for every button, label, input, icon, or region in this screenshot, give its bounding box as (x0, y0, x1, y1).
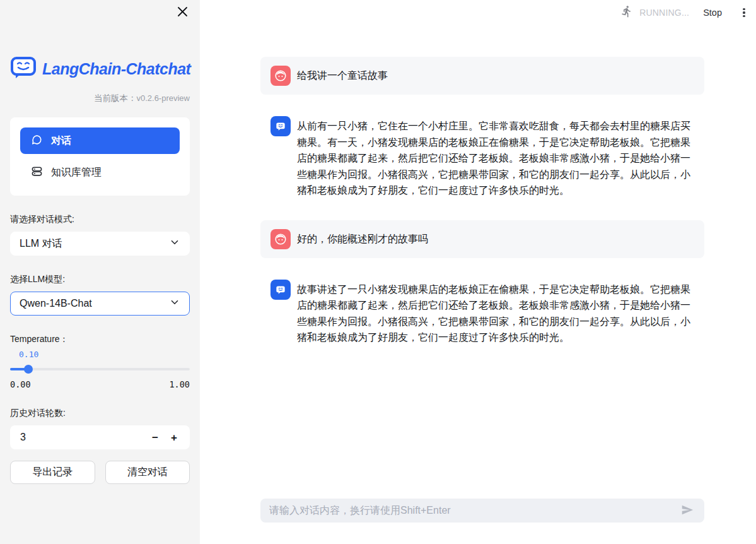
dialog-mode-label: 请选择对话模式: (10, 214, 190, 225)
dialog-mode-select[interactable]: LLM 对话 (10, 232, 190, 256)
database-icon (31, 165, 43, 180)
menu-item-label: 知识库管理 (51, 166, 102, 179)
slider-track (10, 368, 190, 370)
chat-bubble-icon (31, 134, 43, 148)
kebab-dot (743, 8, 745, 10)
version-text: 当前版本：v0.2.6-preview (10, 93, 190, 104)
chat-message-assistant: 故事讲述了一只小猪发现糖果店的老板娘正在偷糖果，于是它决定帮助老板娘。它把糖果店… (260, 276, 704, 350)
main-area: RUNNING... Stop 给我讲一个童话故事 (200, 0, 756, 544)
temperature-value: 0.10 (10, 350, 190, 359)
temperature-label: Temperature： (10, 334, 190, 345)
message-text: 好的，你能概述刚才的故事吗 (297, 231, 428, 247)
close-icon (177, 6, 188, 19)
top-header: RUNNING... Stop (620, 0, 752, 25)
app-logo: LangChain-Chatchat (10, 56, 190, 82)
export-history-button[interactable]: 导出记录 (10, 461, 95, 484)
menu-item-knowledge-base[interactable]: 知识库管理 (20, 159, 180, 186)
menu-item-dialogue[interactable]: 对话 (20, 127, 180, 154)
sidebar: LangChain-Chatchat 当前版本：v0.2.6-preview 对… (0, 0, 200, 544)
dialog-mode-value: LLM 对话 (20, 237, 62, 251)
send-icon (680, 503, 694, 519)
slider-range: 0.00 1.00 (10, 379, 190, 389)
llm-model-select[interactable]: Qwen-14B-Chat (10, 292, 190, 316)
sidebar-actions: 导出记录 清空对话 (10, 461, 190, 484)
slider-thumb[interactable] (24, 365, 33, 374)
user-avatar-icon (270, 229, 291, 249)
app-root: LangChain-Chatchat 当前版本：v0.2.6-preview 对… (0, 0, 756, 544)
slider-min: 0.00 (10, 379, 31, 389)
history-rounds-value: 3 (20, 432, 146, 443)
temperature-slider[interactable] (10, 365, 190, 374)
running-man-icon (620, 5, 633, 20)
stop-button[interactable]: Stop (703, 8, 722, 18)
kebab-dot (743, 15, 745, 17)
chat-input-bar (260, 499, 704, 523)
chat-message-assistant: 从前有一只小猪，它住在一个小村庄里。它非常喜欢吃甜食，每天都会去村里的糖果店买糖… (260, 112, 704, 203)
clear-chat-button[interactable]: 清空对话 (105, 461, 190, 484)
chevron-down-icon (169, 237, 180, 251)
assistant-avatar-icon (270, 116, 291, 136)
assistant-avatar-icon (270, 280, 291, 300)
chat-input[interactable] (269, 505, 679, 516)
chat-message-user: 好的，你能概述刚才的故事吗 (260, 220, 704, 258)
user-avatar-icon (270, 66, 291, 86)
kebab-dot (743, 11, 745, 13)
message-text: 给我讲一个童话故事 (297, 68, 388, 84)
sidebar-menu: 对话 知识库管理 (10, 117, 190, 196)
chat-message-user: 给我讲一个童话故事 (260, 57, 704, 95)
status-text: RUNNING... (639, 8, 689, 18)
logo-title: LangChain-Chatchat (42, 60, 190, 78)
logo-chat-bubble-icon (10, 56, 37, 82)
llm-model-value: Qwen-14B-Chat (20, 298, 92, 309)
history-rounds-input[interactable]: 3 − + (10, 425, 190, 449)
llm-model-label: 选择LLM模型: (10, 274, 190, 285)
send-button[interactable] (679, 502, 695, 520)
message-text: 从前有一只小猪，它住在一个小村庄里。它非常喜欢吃甜食，每天都会去村里的糖果店买糖… (297, 118, 694, 199)
chevron-down-icon (169, 297, 180, 310)
kebab-menu-button[interactable] (736, 4, 752, 21)
menu-item-label: 对话 (51, 134, 71, 148)
message-text: 故事讲述了一只小猪发现糖果店的老板娘正在偷糖果，于是它决定帮助老板娘。它把糖果店… (297, 281, 694, 346)
history-rounds-label: 历史对话轮数: (10, 408, 190, 419)
decrement-button[interactable]: − (146, 428, 165, 447)
sidebar-close-button[interactable] (175, 5, 190, 20)
slider-max: 1.00 (169, 379, 190, 389)
increment-button[interactable]: + (165, 428, 183, 447)
chat-message-list: 给我讲一个童话故事 从前有一只小猪，它住在一个小村庄里。它非常喜欢吃甜食，每天都… (260, 57, 704, 367)
